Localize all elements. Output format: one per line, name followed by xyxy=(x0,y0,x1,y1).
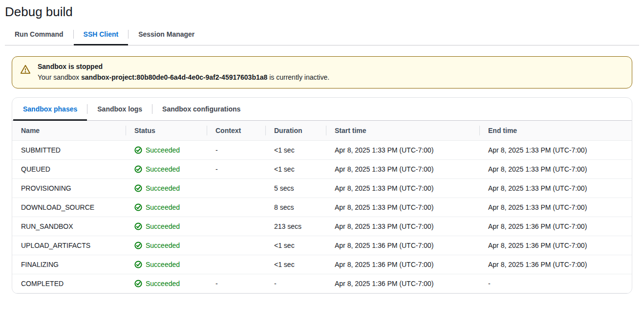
page-title: Debug build xyxy=(0,0,644,22)
cell-start-time: Apr 8, 2025 1:33 PM (UTC-7:00) xyxy=(326,141,479,160)
success-icon xyxy=(134,203,142,211)
status-badge: Succeeded xyxy=(134,280,198,287)
table-row: PROVISIONING Succeeded 5 secs Apr 8, 202… xyxy=(12,179,632,198)
tab-sandbox-phases[interactable]: Sandbox phases xyxy=(13,98,87,121)
status-badge: Succeeded xyxy=(134,203,198,211)
table-row: UPLOAD_ARTIFACTS Succeeded <1 sec Apr 8,… xyxy=(12,236,632,255)
cell-duration: 8 secs xyxy=(265,198,326,217)
cell-name: FINALIZING xyxy=(12,255,126,274)
status-badge: Succeeded xyxy=(134,184,198,192)
tab-sandbox-logs[interactable]: Sandbox logs xyxy=(87,98,152,121)
cell-duration: 213 secs xyxy=(265,217,326,236)
status-label: Succeeded xyxy=(146,242,180,249)
column-header-end-time: End time xyxy=(479,121,632,141)
column-header-start-time: Start time xyxy=(326,121,479,141)
column-header-status: Status xyxy=(126,121,207,141)
status-label: Succeeded xyxy=(146,261,180,268)
table-row: COMPLETED Succeeded - - Apr 8, 2025 1:36… xyxy=(12,274,632,293)
success-icon xyxy=(134,146,142,154)
success-icon xyxy=(134,280,142,287)
status-label: Succeeded xyxy=(146,165,180,173)
cell-duration: <1 sec xyxy=(265,255,326,274)
warning-alert: Sandbox is stopped Your sandbox sandbox-… xyxy=(12,56,632,88)
cell-context xyxy=(207,198,265,217)
build-tabs: Run Command SSH Client Session Manager xyxy=(5,22,639,45)
cell-context xyxy=(207,179,265,198)
table-row: QUEUED Succeeded - <1 sec Apr 8, 2025 1:… xyxy=(12,160,632,179)
cell-start-time: Apr 8, 2025 1:33 PM (UTC-7:00) xyxy=(326,217,479,236)
alert-message-prefix: Your sandbox xyxy=(38,73,81,81)
cell-start-time: Apr 8, 2025 1:36 PM (UTC-7:00) xyxy=(326,255,479,274)
cell-duration: 5 secs xyxy=(265,179,326,198)
alert-body: Sandbox is stopped Your sandbox sandbox-… xyxy=(38,63,329,82)
cell-end-time: Apr 8, 2025 1:36 PM (UTC-7:00) xyxy=(479,255,632,274)
success-icon xyxy=(134,242,142,249)
success-icon xyxy=(134,261,142,268)
cell-end-time: - xyxy=(479,274,632,293)
status-label: Succeeded xyxy=(146,146,180,154)
sandbox-panel: Sandbox phases Sandbox logs Sandbox conf… xyxy=(12,97,632,294)
status-badge: Succeeded xyxy=(134,165,198,173)
cell-name: DOWNLOAD_SOURCE xyxy=(12,198,126,217)
status-label: Succeeded xyxy=(146,280,180,287)
tab-run-command[interactable]: Run Command xyxy=(5,23,73,45)
alert-message: Your sandbox sandbox-project:80b80de0-6a… xyxy=(38,72,329,82)
cell-name: UPLOAD_ARTIFACTS xyxy=(12,236,126,255)
cell-start-time: Apr 8, 2025 1:36 PM (UTC-7:00) xyxy=(326,274,479,293)
sandbox-tabs: Sandbox phases Sandbox logs Sandbox conf… xyxy=(12,98,632,121)
alert-title: Sandbox is stopped xyxy=(38,63,329,70)
cell-name: RUN_SANDBOX xyxy=(12,217,126,236)
cell-duration: <1 sec xyxy=(265,160,326,179)
success-icon xyxy=(134,165,142,173)
cell-context: - xyxy=(207,141,265,160)
cell-start-time: Apr 8, 2025 1:36 PM (UTC-7:00) xyxy=(326,236,479,255)
table-row: FINALIZING Succeeded <1 sec Apr 8, 2025 … xyxy=(12,255,632,274)
cell-name: SUBMITTED xyxy=(12,141,126,160)
cell-duration: - xyxy=(265,274,326,293)
status-label: Succeeded xyxy=(146,184,180,192)
status-badge: Succeeded xyxy=(134,222,198,230)
success-icon xyxy=(134,222,142,230)
cell-context xyxy=(207,236,265,255)
status-badge: Succeeded xyxy=(134,146,198,154)
tab-session-manager[interactable]: Session Manager xyxy=(129,23,204,45)
cell-duration: <1 sec xyxy=(265,141,326,160)
cell-end-time: Apr 8, 2025 1:33 PM (UTC-7:00) xyxy=(479,198,632,217)
sandbox-id: sandbox-project:80b80de0-6a4d-4e0c-9af2-… xyxy=(81,73,267,81)
cell-start-time: Apr 8, 2025 1:33 PM (UTC-7:00) xyxy=(326,198,479,217)
success-icon xyxy=(134,184,142,192)
warning-icon xyxy=(20,64,31,76)
cell-context: - xyxy=(207,160,265,179)
cell-end-time: Apr 8, 2025 1:33 PM (UTC-7:00) xyxy=(479,141,632,160)
column-header-name: Name xyxy=(12,121,126,141)
phases-table: Name Status Context Duration Start time … xyxy=(12,121,632,293)
table-row: DOWNLOAD_SOURCE Succeeded 8 secs Apr 8, … xyxy=(12,198,632,217)
status-label: Succeeded xyxy=(146,222,180,230)
cell-duration: <1 sec xyxy=(265,236,326,255)
table-row: SUBMITTED Succeeded - <1 sec Apr 8, 2025… xyxy=(12,141,632,160)
cell-context xyxy=(207,255,265,274)
table-row: RUN_SANDBOX Succeeded 213 secs Apr 8, 20… xyxy=(12,217,632,236)
cell-context xyxy=(207,217,265,236)
cell-end-time: Apr 8, 2025 1:36 PM (UTC-7:00) xyxy=(479,236,632,255)
cell-start-time: Apr 8, 2025 1:33 PM (UTC-7:00) xyxy=(326,160,479,179)
cell-name: QUEUED xyxy=(12,160,126,179)
table-header-row: Name Status Context Duration Start time … xyxy=(12,121,632,141)
cell-name: COMPLETED xyxy=(12,274,126,293)
alert-message-suffix: is currently inactive. xyxy=(267,73,329,81)
cell-end-time: Apr 8, 2025 1:33 PM (UTC-7:00) xyxy=(479,179,632,198)
cell-end-time: Apr 8, 2025 1:36 PM (UTC-7:00) xyxy=(479,217,632,236)
tab-ssh-client[interactable]: SSH Client xyxy=(74,23,129,45)
column-header-duration: Duration xyxy=(265,121,326,141)
status-badge: Succeeded xyxy=(134,261,198,268)
status-label: Succeeded xyxy=(146,203,180,211)
status-badge: Succeeded xyxy=(134,242,198,249)
cell-start-time: Apr 8, 2025 1:33 PM (UTC-7:00) xyxy=(326,179,479,198)
cell-end-time: Apr 8, 2025 1:33 PM (UTC-7:00) xyxy=(479,160,632,179)
cell-name: PROVISIONING xyxy=(12,179,126,198)
tab-sandbox-configurations[interactable]: Sandbox configurations xyxy=(152,98,250,121)
cell-context: - xyxy=(207,274,265,293)
column-header-context: Context xyxy=(207,121,265,141)
